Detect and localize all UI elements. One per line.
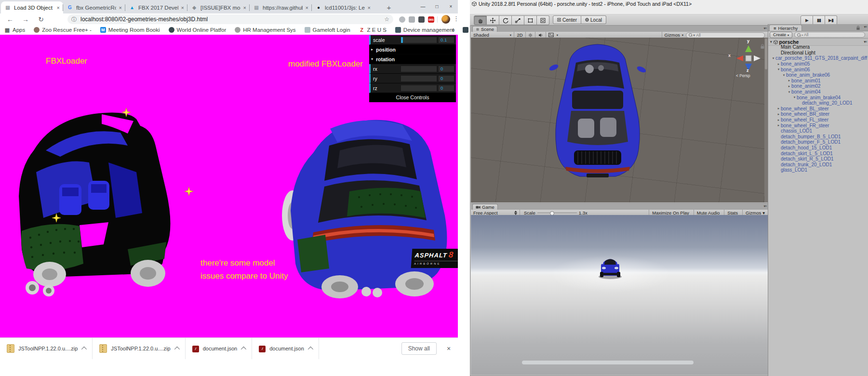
expand-arrow-icon[interactable]: ▾: [787, 90, 791, 94]
browser-tab[interactable]: ◆ [ISSUE]FBX model sh ×: [187, 1, 250, 13]
axis-y-label[interactable]: y: [747, 39, 749, 43]
hierarchy-item[interactable]: ▾ bone_anim06: [768, 67, 868, 72]
browser-tab[interactable]: ▤ https://raw.githubus ×: [250, 1, 312, 13]
game-viewport[interactable]: [471, 215, 768, 375]
extension-icon[interactable]: [399, 16, 405, 23]
bookmark-item[interactable]: Device management: [391, 27, 458, 33]
hierarchy-item[interactable]: ▾ car_porsche_911_GTS_2018_carpaint_diff: [768, 55, 868, 61]
value-input[interactable]: 0: [439, 85, 454, 91]
dat-gui-row[interactable]: ry 0: [369, 74, 456, 83]
chevron-up-icon[interactable]: [308, 347, 313, 352]
show-all-button[interactable]: Show all: [401, 342, 437, 355]
panel-menu-icon[interactable]: ▾≡: [763, 204, 766, 208]
hierarchy-item[interactable]: ▸ bone_anim05: [768, 61, 868, 67]
move-tool-button[interactable]: [487, 15, 499, 25]
dat-gui-row[interactable]: ▾ rotation: [369, 54, 456, 64]
scene-vscrollbar[interactable]: [764, 38, 768, 202]
dat-gui-control[interactable]: 0: [401, 76, 456, 81]
tab-close-icon[interactable]: ×: [368, 5, 371, 11]
page-info-icon[interactable]: ⓘ: [71, 16, 77, 23]
hierarchy-item[interactable]: detach_bumper_B_5_LOD1: [768, 134, 868, 140]
dat-gui-row[interactable]: rx 0: [369, 64, 456, 74]
play-button[interactable]: ▶: [801, 15, 813, 25]
download-item[interactable]: document.json: [186, 338, 253, 359]
browser-tab[interactable]: ▲ FBX 2017 Developer ×: [125, 1, 187, 13]
expand-arrow-icon[interactable]: ▾: [776, 67, 781, 71]
value-input[interactable]: 0: [439, 76, 454, 81]
tab-close-icon[interactable]: ×: [119, 5, 122, 11]
scene-viewport[interactable]: y x z < Persp: [471, 38, 768, 202]
dat-gui-row[interactable]: scale 0.1: [369, 35, 456, 45]
bookmark-star-icon[interactable]: ☆: [384, 16, 389, 23]
hierarchy-item[interactable]: Main Camera: [768, 44, 868, 50]
expand-arrow-icon[interactable]: ▾: [782, 73, 786, 77]
hierarchy-item[interactable]: detach_bumper_F_5_LOD1: [768, 139, 868, 145]
close-controls-button[interactable]: Close Controls: [369, 93, 456, 102]
bookmarks-overflow-icon[interactable]: »: [452, 27, 455, 33]
browser-tab[interactable]: G fbx GeometricRotatio ×: [63, 1, 125, 13]
tab-scene[interactable]: Scene: [472, 26, 497, 32]
back-icon[interactable]: ←: [5, 14, 15, 24]
expand-arrow-icon[interactable]: ▾: [792, 95, 797, 99]
expand-arrow-icon[interactable]: ▾: [770, 40, 772, 44]
bookmark-item[interactable]: Z Z E U S: [355, 27, 391, 33]
browser-tab[interactable]: ▤ Load 3D Object ×: [1, 1, 63, 13]
panel-menu-icon[interactable]: ▾≡: [864, 25, 867, 29]
dat-gui-control[interactable]: 0.1: [401, 37, 456, 43]
profile-avatar[interactable]: [441, 15, 450, 24]
step-button[interactable]: ▶▮: [825, 15, 837, 25]
bookmark-item[interactable]: World Online Platfor: [164, 27, 231, 33]
browser-menu-icon[interactable]: ⋮: [453, 15, 459, 22]
slider-track[interactable]: [401, 37, 437, 43]
expand-arrow-icon[interactable]: ▸: [776, 123, 781, 127]
pivot-center-button[interactable]: Center: [553, 15, 581, 24]
hierarchy-item[interactable]: detach_trunk_20_LOD1: [768, 161, 868, 167]
threejs-canvas[interactable]: FBXLoader modified FBXLoader there're so…: [0, 35, 458, 337]
chevron-up-icon[interactable]: [241, 347, 246, 352]
value-input[interactable]: 0.1: [439, 37, 454, 43]
axis-x-label[interactable]: x: [728, 53, 731, 58]
new-tab-button[interactable]: +: [384, 2, 394, 13]
dat-gui-row[interactable]: ▸ position: [369, 45, 456, 54]
scale-tool-button[interactable]: [512, 15, 524, 25]
download-item[interactable]: document.json: [252, 338, 319, 359]
bookmark-item[interactable]: HR Management Sys: [230, 27, 300, 33]
maximize-button[interactable]: □: [430, 0, 444, 13]
hierarchy-item[interactable]: detach_skirt_R_5_LOD1: [768, 156, 868, 162]
browser-tab[interactable]: ● lcd11001/3js: Learni ×: [312, 1, 374, 13]
expand-arrow-icon[interactable]: ▸: [776, 107, 781, 110]
rotate-tool-button[interactable]: [499, 15, 512, 25]
hierarchy-item[interactable]: ▸ bone_wheel_BR_steer: [768, 111, 868, 117]
transform-tool-button[interactable]: [537, 15, 549, 25]
hierarchy-item[interactable]: ▾ bone_anim_brake04: [768, 94, 868, 100]
slider-track[interactable]: [401, 85, 437, 91]
minimize-button[interactable]: —: [416, 0, 430, 13]
bookmark-item[interactable]: Zoo Rescue Free+ -: [29, 27, 96, 33]
extension-icon[interactable]: [409, 16, 415, 23]
tab-close-icon[interactable]: ×: [181, 5, 184, 11]
bookmark-item[interactable]: Gameloft Login: [300, 27, 355, 33]
close-button[interactable]: ×: [444, 0, 458, 13]
expand-arrow-icon[interactable]: ▸: [787, 79, 791, 82]
bookmark-item[interactable]: M Meeting Room Booki: [96, 27, 164, 33]
extension-badge-icon[interactable]: DBS: [428, 16, 434, 23]
hierarchy-item[interactable]: glass_LOD1: [768, 167, 868, 173]
scrollbar-thumb[interactable]: [765, 39, 767, 69]
tab-close-icon[interactable]: ×: [57, 5, 60, 11]
expand-arrow-icon[interactable]: ▸: [776, 118, 781, 122]
reload-icon[interactable]: ↻: [36, 14, 46, 24]
panel-menu-icon[interactable]: ▾≡: [864, 40, 867, 44]
expand-arrow-icon[interactable]: ▾: [771, 56, 775, 60]
create-button[interactable]: Create ▾: [770, 32, 792, 38]
dat-gui-control[interactable]: 0: [401, 66, 456, 72]
chevron-up-icon[interactable]: [81, 347, 87, 352]
extension-icon[interactable]: [418, 16, 425, 23]
hierarchy-item[interactable]: ▸ bone_wheel_BL_steer: [768, 106, 868, 112]
expand-arrow-icon[interactable]: ▸: [776, 62, 781, 66]
scene-search-input[interactable]: ▾ All: [686, 32, 765, 38]
rect-tool-button[interactable]: [524, 15, 537, 25]
expand-arrow-icon[interactable]: ▸: [776, 112, 781, 116]
hierarchy-item[interactable]: ▾ bone_anim04: [768, 89, 868, 95]
tab-close-icon[interactable]: ×: [243, 5, 246, 11]
hierarchy-item[interactable]: detach_hood_15_LOD1: [768, 145, 868, 151]
